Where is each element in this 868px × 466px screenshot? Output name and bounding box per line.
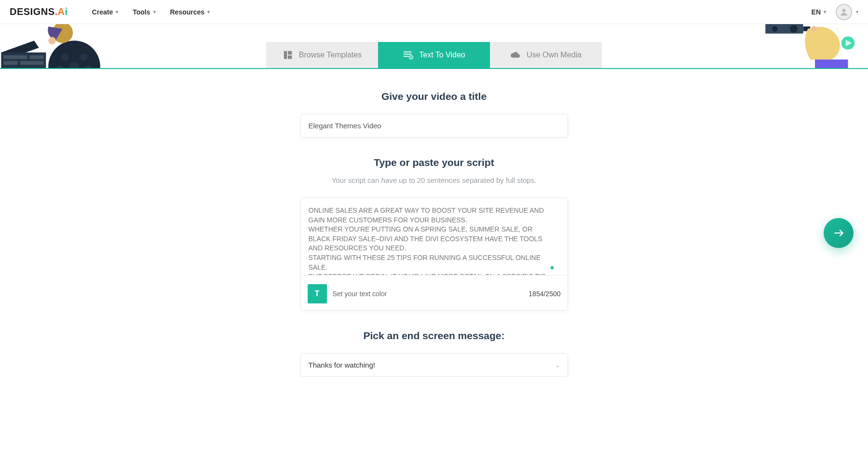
account-menu[interactable]: ▾ bbox=[836, 4, 858, 20]
svg-rect-32 bbox=[404, 56, 409, 57]
cloud-upload-icon bbox=[510, 50, 521, 60]
svg-rect-9 bbox=[20, 61, 44, 65]
nav-create-label: Create bbox=[92, 8, 113, 16]
templates-icon bbox=[283, 50, 293, 60]
svg-rect-23 bbox=[815, 59, 848, 68]
nav-create[interactable]: Create ▾ bbox=[92, 8, 119, 16]
svg-rect-27 bbox=[284, 51, 287, 59]
user-icon bbox=[839, 7, 849, 17]
end-heading: Pick an end screen message: bbox=[300, 330, 568, 342]
text-color-control[interactable]: T Set your text color bbox=[308, 284, 387, 303]
title-heading: Give your video a title bbox=[300, 91, 568, 102]
arrow-right-icon bbox=[832, 227, 845, 239]
section-script: Type or paste your script Your script ca… bbox=[300, 157, 568, 311]
svg-rect-30 bbox=[404, 52, 412, 53]
logo-text: DESIGNS bbox=[10, 6, 55, 17]
script-footer: T Set your text color 1854/2500 bbox=[301, 277, 568, 310]
end-message-value: Thanks for watching! bbox=[309, 361, 375, 369]
next-button[interactable] bbox=[824, 218, 854, 248]
nav-resources-label: Resources bbox=[170, 8, 205, 16]
hero-illustration-right bbox=[762, 24, 868, 68]
hero: Browse Templates Text To Video Use Own M… bbox=[0, 24, 868, 69]
svg-rect-34 bbox=[411, 56, 412, 58]
svg-point-13 bbox=[80, 54, 88, 61]
chevron-down-icon: ▾ bbox=[153, 9, 156, 14]
chevron-down-icon: ⌄ bbox=[555, 362, 560, 369]
tab-text-to-video[interactable]: Text To Video bbox=[378, 42, 490, 68]
tab-own-media[interactable]: Use Own Media bbox=[490, 42, 602, 68]
lang-label: EN bbox=[812, 8, 821, 16]
tab-label: Use Own Media bbox=[527, 51, 582, 59]
svg-point-20 bbox=[790, 25, 798, 33]
chevron-down-icon: ▾ bbox=[824, 9, 826, 14]
svg-point-12 bbox=[61, 54, 69, 61]
text-color-label: Set your text color bbox=[333, 290, 387, 298]
script-heading: Type or paste your script bbox=[300, 157, 568, 168]
chevron-down-icon: ▾ bbox=[207, 9, 210, 14]
header-right: EN ▾ ▾ bbox=[812, 4, 858, 20]
svg-rect-29 bbox=[288, 55, 292, 59]
tab-browse-templates[interactable]: Browse Templates bbox=[266, 42, 378, 68]
chevron-down-icon: ▾ bbox=[856, 9, 858, 14]
form-main: Give your video a title Type or paste yo… bbox=[300, 69, 568, 377]
hero-illustration-left bbox=[0, 24, 106, 68]
script-card: T Set your text color 1854/2500 bbox=[300, 198, 568, 311]
nav-resources[interactable]: Resources ▾ bbox=[170, 8, 210, 16]
svg-point-17 bbox=[48, 37, 56, 44]
svg-marker-2 bbox=[11, 41, 18, 48]
video-title-input[interactable] bbox=[301, 114, 568, 137]
header-left: DESIGNS.Ai Create ▾ Tools ▾ Resources ▾ bbox=[10, 6, 210, 17]
char-count: 1854/2500 bbox=[529, 290, 560, 298]
section-end-message: Pick an end screen message: Thanks for w… bbox=[300, 330, 568, 377]
svg-rect-5 bbox=[1, 53, 46, 68]
text-color-chip[interactable]: T bbox=[308, 284, 327, 303]
svg-point-24 bbox=[811, 26, 817, 32]
svg-rect-31 bbox=[404, 54, 412, 55]
language-selector[interactable]: EN ▾ bbox=[812, 8, 826, 16]
svg-point-0 bbox=[842, 9, 846, 12]
svg-rect-28 bbox=[288, 51, 292, 55]
nav-tools[interactable]: Tools ▾ bbox=[133, 8, 155, 16]
svg-marker-4 bbox=[29, 34, 37, 41]
typing-indicator-icon bbox=[550, 266, 554, 270]
mode-tabs: Browse Templates Text To Video Use Own M… bbox=[266, 42, 602, 68]
main-nav: Create ▾ Tools ▾ Resources ▾ bbox=[92, 8, 210, 16]
app-header: DESIGNS.Ai Create ▾ Tools ▾ Resources ▾ … bbox=[0, 0, 868, 24]
svg-point-19 bbox=[772, 26, 778, 32]
logo[interactable]: DESIGNS.Ai bbox=[10, 6, 68, 17]
svg-rect-7 bbox=[29, 55, 43, 59]
script-icon bbox=[403, 50, 413, 60]
logo-a: A bbox=[58, 6, 65, 17]
svg-rect-6 bbox=[3, 55, 27, 59]
nav-tools-label: Tools bbox=[133, 8, 150, 16]
script-textarea[interactable] bbox=[301, 198, 568, 275]
svg-rect-8 bbox=[3, 61, 17, 65]
end-message-select[interactable]: Thanks for watching! ⌄ bbox=[300, 353, 568, 377]
avatar bbox=[836, 4, 852, 20]
logo-i: i bbox=[65, 6, 68, 17]
svg-marker-3 bbox=[20, 37, 27, 44]
script-hint: Your script can have up to 20 sentences … bbox=[300, 176, 568, 184]
tab-label: Browse Templates bbox=[299, 51, 362, 59]
title-input-card bbox=[300, 114, 568, 137]
chevron-down-icon: ▾ bbox=[116, 9, 118, 14]
tab-label: Text To Video bbox=[419, 51, 465, 59]
section-title: Give your video a title bbox=[300, 91, 568, 137]
